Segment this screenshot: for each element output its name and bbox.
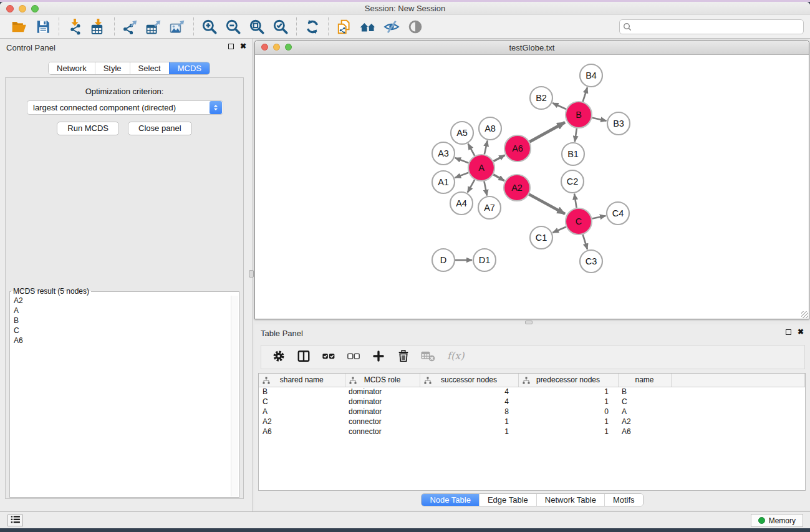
table-tab-node-table[interactable]: Node Table [422,494,479,506]
status-bar: Memory [0,511,810,528]
select-stepper-icon [210,101,222,114]
graph-node-A5[interactable]: A5 [451,122,473,144]
export-image-button[interactable] [166,17,190,37]
graph-node-A7[interactable]: A7 [478,196,501,219]
graph-node-B2[interactable]: B2 [530,87,552,109]
graph-node-A8[interactable]: A8 [479,117,501,140]
edge-A-A7 [484,181,487,196]
edge-B-B4 [583,87,587,102]
mcds-result-item[interactable]: A6 [11,336,231,346]
close-panel-icon[interactable]: ✖ [240,43,246,50]
tab-select[interactable]: Select [130,62,169,74]
table-row[interactable]: Cdominator41C [259,397,805,407]
column-header-name[interactable]: name [618,374,671,387]
first-neighbors-button[interactable] [356,17,380,37]
graph-node-A1[interactable]: A1 [432,171,455,193]
optimization-criterion-label: Optimization criterion: [6,87,243,96]
table-row[interactable]: Bdominator41B [259,387,805,397]
svg-text:B1: B1 [567,149,579,159]
refresh-button[interactable] [301,17,324,37]
graph-node-C1[interactable]: C1 [530,226,552,249]
svg-text:D1: D1 [479,255,491,265]
table-tab-motifs[interactable]: Motifs [604,494,643,506]
table-row[interactable]: A2connector11A2 [259,417,805,427]
graph-node-A4[interactable]: A4 [450,192,473,215]
save-session-button[interactable] [31,17,55,37]
graph-node-A2[interactable]: A2 [504,175,530,201]
edge-A-A1 [455,173,469,178]
clone-network-button[interactable] [332,17,356,37]
column-header-predecessor-nodes[interactable]: predecessor nodes [518,374,618,387]
column-header-shared-name[interactable]: shared name [259,374,345,387]
table-row[interactable]: A6connector11A6 [259,427,805,437]
control-panel-tabs: NetworkStyleSelectMCDS [48,62,210,75]
mcds-result-item[interactable]: A [11,306,231,316]
export-network-button[interactable] [118,17,142,37]
vertical-splitter-grip[interactable] [249,270,254,278]
close-panel-button[interactable]: Close panel [128,122,192,135]
zoom-selected-icon [272,19,289,35]
table-tab-network-table[interactable]: Network Table [536,494,604,506]
zoom-selected-button[interactable] [269,17,292,37]
open-file-button[interactable] [7,17,31,37]
show-graphics-details-button[interactable] [403,17,427,37]
graph-node-D1[interactable]: D1 [473,249,496,271]
table-options-gear-button[interactable] [271,350,286,365]
deselect-all-rows-button[interactable] [346,350,361,365]
tab-network[interactable]: Network [49,62,95,74]
optimization-criterion-select[interactable]: largest connected component (directed) [27,100,223,115]
network-canvas[interactable]: B4B2BB3A5A8A6A3B1AA1C2A2A4A7CC4C1C3DD1 [255,55,809,319]
graph-node-B4[interactable]: B4 [580,64,602,87]
svg-text:A1: A1 [438,177,449,187]
toggle-panel-split-button[interactable] [296,350,311,365]
task-history-button[interactable] [7,515,23,526]
svg-text:B4: B4 [586,70,597,80]
export-table-button[interactable] [142,17,166,37]
table-tab-edge-table[interactable]: Edge Table [479,494,536,506]
graph-node-A[interactable]: A [468,155,494,181]
zoom-out-button[interactable] [221,17,245,37]
result-scrollbar[interactable] [231,296,238,496]
graph-node-D[interactable]: D [432,249,455,271]
table-close-panel-icon[interactable]: ✖ [798,329,804,336]
zoom-fit-button[interactable] [245,17,269,37]
zoom-in-button[interactable] [198,17,221,37]
window-resize-grip[interactable] [801,311,808,318]
graph-node-C2[interactable]: C2 [561,170,584,193]
function-builder-icon: f(x) [446,349,465,366]
network-view-window: testGlobe.txt B4B2BB3A5A8A6A3B1AA1C2A2A4… [254,40,809,319]
search-input[interactable] [619,19,804,34]
mcds-result-item[interactable]: C [11,326,231,336]
mcds-result-item[interactable]: A2 [11,296,231,306]
graph-node-B1[interactable]: B1 [562,143,584,165]
import-network-button[interactable] [63,17,87,37]
float-panel-icon[interactable] [228,44,234,49]
table-row[interactable]: Adominator80A [259,407,805,417]
select-all-rows-button[interactable] [321,350,336,365]
mcds-result-item[interactable]: B [11,316,231,326]
graph-node-C4[interactable]: C4 [607,202,629,225]
graph-node-B[interactable]: B [566,102,592,128]
tab-style[interactable]: Style [95,62,130,74]
delete-columns-button[interactable] [396,350,411,365]
table-float-panel-icon[interactable] [786,329,791,335]
column-header-successor-nodes[interactable]: successor nodes [420,374,518,387]
create-column-button[interactable] [371,350,386,365]
edge-C-C3 [583,235,587,249]
graph-node-B3[interactable]: B3 [607,112,630,135]
column-header-spacer[interactable] [671,374,805,387]
run-mcds-button[interactable]: Run MCDS [57,122,119,135]
window-title: Session: New Session [0,4,810,13]
graph-node-C3[interactable]: C3 [580,250,602,273]
toolbar-separator [193,17,194,36]
graph-node-A3[interactable]: A3 [432,142,455,165]
memory-button[interactable]: Memory [751,514,803,527]
tab-mcds[interactable]: MCDS [169,62,210,74]
zoom-out-icon [225,19,241,35]
hide-selected-button[interactable] [380,17,403,37]
graph-node-C[interactable]: C [566,208,592,235]
column-header-MCDS-role[interactable]: MCDS role [345,374,420,387]
import-table-button[interactable] [87,17,110,37]
graph-node-A6[interactable]: A6 [504,135,531,162]
svg-text:B2: B2 [536,93,547,103]
